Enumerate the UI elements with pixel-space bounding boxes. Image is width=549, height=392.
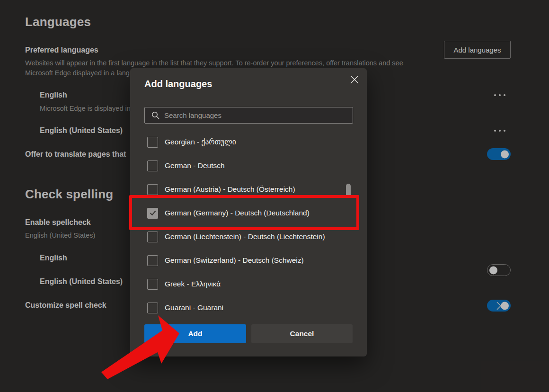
language-option-row[interactable]: German - Deutsch bbox=[130, 154, 367, 178]
search-languages-input[interactable] bbox=[164, 111, 348, 119]
search-box[interactable] bbox=[144, 107, 353, 124]
add-button[interactable]: Add bbox=[144, 324, 246, 343]
language-option-label: German (Austria) - Deutsch (Österreich) bbox=[165, 185, 295, 194]
add-languages-dialog: Add languages Georgian - ქართული German … bbox=[130, 68, 367, 356]
language-option-row[interactable]: German (Liechtenstein) - Deutsch (Liecht… bbox=[130, 225, 367, 249]
language-checkbox[interactable] bbox=[147, 255, 158, 266]
language-checkbox[interactable] bbox=[147, 208, 158, 219]
language-option-label: Guarani - Guarani bbox=[165, 303, 223, 312]
language-checkbox[interactable] bbox=[147, 303, 158, 313]
language-option-row[interactable]: Georgian - ქართული bbox=[130, 130, 367, 154]
language-option-label: German (Germany) - Deutsch (Deutschland) bbox=[165, 209, 310, 217]
cancel-button[interactable]: Cancel bbox=[251, 324, 353, 343]
language-option-label: Greek - Ελληνικά bbox=[165, 280, 221, 288]
language-option-row[interactable]: German (Germany) - Deutsch (Deutschland) bbox=[130, 201, 367, 225]
search-icon bbox=[151, 111, 159, 119]
close-icon[interactable] bbox=[348, 73, 361, 86]
language-option-label: Georgian - ქართული bbox=[165, 138, 236, 146]
language-checkbox[interactable] bbox=[147, 160, 158, 171]
language-option-row[interactable]: Greek - Ελληνικά bbox=[130, 272, 367, 296]
language-checkbox[interactable] bbox=[147, 279, 158, 290]
language-option-label: German (Liechtenstein) - Deutsch (Liecht… bbox=[165, 232, 325, 241]
language-checkbox[interactable] bbox=[147, 232, 158, 242]
language-checkbox[interactable] bbox=[147, 184, 158, 195]
language-option-label: German - Deutsch bbox=[165, 161, 225, 170]
language-option-label: German (Switzerland) - Deutsch (Schweiz) bbox=[165, 256, 304, 265]
checkmark-icon bbox=[150, 210, 156, 216]
language-option-row[interactable]: Guarani - Guarani bbox=[130, 296, 367, 320]
scrollbar-thumb[interactable] bbox=[346, 184, 351, 198]
language-list: Georgian - ქართული German - Deutsch Germ… bbox=[130, 130, 367, 320]
language-option-row[interactable]: German (Austria) - Deutsch (Österreich) bbox=[130, 178, 367, 201]
language-checkbox[interactable] bbox=[147, 137, 158, 148]
language-option-row[interactable]: German (Switzerland) - Deutsch (Schweiz) bbox=[130, 249, 367, 272]
dialog-title: Add languages bbox=[144, 79, 212, 89]
